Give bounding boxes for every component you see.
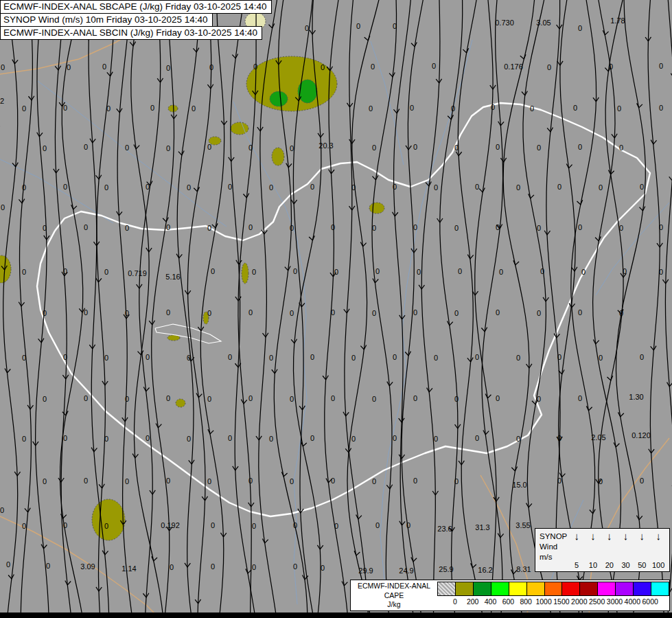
- cape-tick-label: 200: [467, 597, 479, 606]
- streamline-arrow-icon: [243, 194, 249, 198]
- cape-color-cell: [598, 582, 616, 595]
- cape-legend-line: ECMWF-INDEX-ANAL: [351, 582, 437, 591]
- streamline: [571, 0, 596, 618]
- streamline-arrow-icon: [65, 581, 71, 586]
- streamline-arrow-icon: [636, 516, 642, 520]
- streamline-arrow-icon: [207, 429, 213, 434]
- streamline-arrow-icon: [354, 551, 360, 556]
- cape-patch: [203, 312, 209, 324]
- cape-legend-line: J/kg: [351, 600, 437, 610]
- cape-tick-label: 400: [485, 597, 497, 606]
- title-wind: SYNOP Wind (m/s) 10m Friday 03-10-2025 1…: [0, 13, 213, 27]
- cape-tick-label: 0: [453, 597, 457, 606]
- streamline: [599, 0, 626, 618]
- streamline-arrow-icon: [605, 67, 611, 72]
- streamline-arrow-icon: [410, 557, 417, 562]
- cape-patch: [209, 137, 221, 145]
- streamline-arrow-icon: [669, 176, 672, 181]
- cape-patch: [369, 203, 384, 214]
- streamline-arrow-icon: [511, 466, 518, 471]
- streamline: [475, 0, 496, 618]
- wind-speed-row: 510203050100: [568, 561, 667, 569]
- streamline-arrow-icon: [411, 42, 417, 47]
- streamline-arrow-icon: [447, 321, 453, 325]
- streamline-arrow-icon: [309, 236, 315, 241]
- streamline-arrow-icon: [602, 30, 608, 35]
- streamline: [546, 0, 562, 618]
- cape-colorbar-ticks: 0200400600800100015002000250030004000600…: [437, 596, 669, 608]
- streamline-arrow-icon: [607, 376, 613, 381]
- cape-patch: [246, 56, 337, 111]
- cape-color-cell: [509, 582, 527, 595]
- cape-color-cell: [527, 582, 545, 595]
- wind-arrow-icon: ↓: [634, 531, 650, 541]
- streamline: [36, 0, 49, 618]
- streamline: [200, 0, 224, 618]
- streamline-arrow-icon: [520, 54, 527, 60]
- wind-legend-line: m/s: [540, 552, 567, 562]
- weather-map: 0000.7303.0501.780000000000.176000200000…: [0, 0, 672, 618]
- cape-legend-line: CAPE: [351, 591, 437, 601]
- streamline-arrow-icon: [341, 581, 347, 586]
- streamline-arrow-icon: [618, 309, 624, 314]
- streamline-arrow-icon: [586, 406, 592, 411]
- streamline-arrow-icon: [360, 242, 367, 247]
- cape-patch: [231, 122, 248, 135]
- streamline-arrow-icon: [593, 339, 599, 344]
- cape-patch: [92, 499, 125, 540]
- cape-colorbar: 0200400600800100015002000250030004000600…: [437, 582, 669, 610]
- map-canvas: [0, 0, 672, 618]
- streamline-arrow-icon: [281, 472, 287, 477]
- streamline-arrow-icon: [245, 569, 251, 573]
- streamline-arrow-icon: [559, 472, 565, 477]
- wind-arrow-icon: ↓: [585, 531, 601, 541]
- title-sbcape: ECMWF-INDEX-ANAL SBCAPE (J/kg) Friday 03…: [0, 0, 272, 14]
- streamline-arrow-icon: [60, 514, 67, 518]
- streamline-arrow-icon: [613, 442, 619, 447]
- river-line: [371, 41, 404, 165]
- streamline-arrow-icon: [618, 412, 624, 417]
- streamline: [648, 0, 664, 618]
- cape-tick-label: 2500: [589, 597, 605, 606]
- streamline: [20, 0, 33, 618]
- cape-color-cell: [456, 582, 474, 595]
- title-sbcin: ECMWF-INDEX-ANAL SBCIN (J/kg) Friday 03-…: [0, 26, 262, 40]
- streamline-arrow-icon: [62, 411, 69, 415]
- streamline: [458, 0, 485, 618]
- cape-color-cell: [491, 582, 509, 595]
- river-line: [596, 203, 669, 295]
- streamline-arrow-icon: [405, 352, 411, 356]
- streamline-arrow-icon: [138, 350, 144, 355]
- streamline-arrow-icon: [8, 575, 14, 580]
- streamline-arrow-icon: [522, 91, 528, 96]
- cape-patch: [272, 148, 284, 165]
- streamline-arrow-icon: [178, 151, 185, 156]
- streamline-arrow-icon: [147, 181, 153, 185]
- streamline-arrow-icon: [356, 514, 362, 519]
- wind-speed-label: 30: [618, 561, 634, 569]
- streamline: [139, 0, 161, 618]
- streamline-arrow-icon: [467, 255, 474, 260]
- wind-speed-label: 10: [585, 561, 601, 569]
- cape-tick-label: 1500: [553, 597, 569, 606]
- streamline-arrow-icon: [143, 387, 150, 392]
- wind-speed-label: 5: [568, 561, 585, 569]
- cape-color-cell: [545, 582, 563, 595]
- streamline-arrow-icon: [448, 115, 454, 119]
- streamline-arrow-icon: [285, 266, 291, 271]
- cape-patch: [168, 105, 178, 112]
- streamline: [347, 0, 382, 618]
- cape-tick-label: 4000: [625, 597, 640, 606]
- map-title-block: ECMWF-INDEX-ANAL SBCAPE (J/kg) Friday 03…: [0, 0, 272, 40]
- cape-tick-label: 600: [502, 597, 515, 606]
- streamline: [559, 0, 583, 618]
- cape-color-cell: [616, 582, 634, 595]
- streamline-arrow-icon: [463, 48, 469, 53]
- cape-legend: ECMWF-INDEX-ANAL CAPE J/kg 0200400600800…: [350, 580, 670, 611]
- cape-color-cell: [438, 582, 456, 595]
- wind-speed-label: 50: [634, 561, 650, 569]
- streamline: [523, 0, 555, 618]
- streamline-arrow-icon: [325, 479, 332, 483]
- streamline-arrow-icon: [232, 54, 238, 59]
- wind-arrow-row: ↓↓↓↓↓↓: [568, 531, 667, 541]
